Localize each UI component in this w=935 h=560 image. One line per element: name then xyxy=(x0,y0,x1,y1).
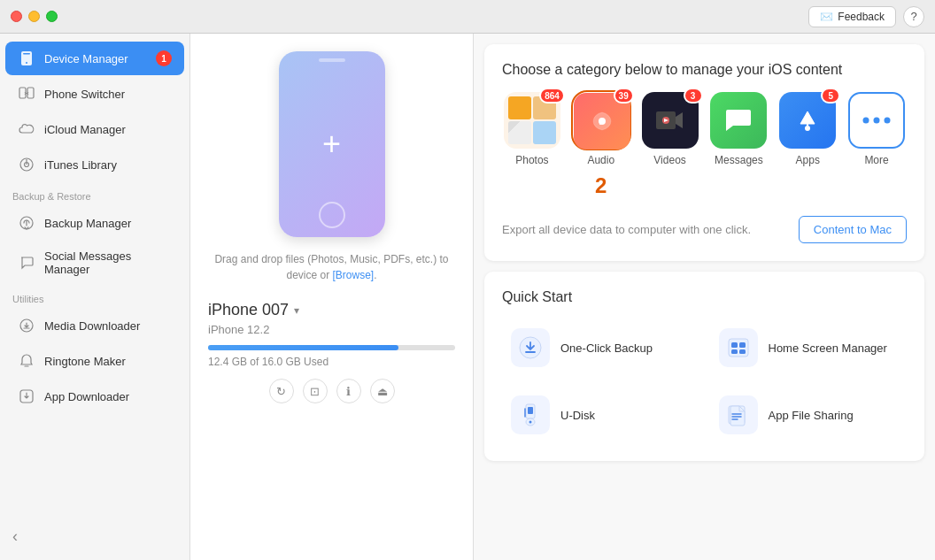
close-button[interactable] xyxy=(11,11,22,22)
svg-text:♪: ♪ xyxy=(599,116,604,127)
messages-svg xyxy=(721,103,756,138)
sidebar-collapse-button[interactable]: ‹ xyxy=(0,520,189,553)
svg-rect-29 xyxy=(528,407,533,414)
videos-label: Videos xyxy=(653,154,685,166)
svg-point-20 xyxy=(885,118,891,124)
sidebar-item-itunes-library[interactable]: iTunes Library xyxy=(5,148,184,181)
svg-point-19 xyxy=(874,118,880,124)
app-downloader-icon xyxy=(18,387,35,405)
sidebar-item-label: App Downloader xyxy=(44,390,129,403)
svg-rect-25 xyxy=(739,342,746,348)
backup-section-label: Backup & Restore xyxy=(0,182,189,205)
svg-rect-27 xyxy=(739,349,746,354)
one-click-backup-label: One-Click Backup xyxy=(560,341,653,355)
photo-cell-1 xyxy=(508,96,531,119)
device-manager-icon xyxy=(18,50,35,67)
videos-badge: 3 xyxy=(684,88,703,104)
svg-rect-4 xyxy=(27,88,34,98)
more-label: More xyxy=(864,154,888,166)
category-item-apps[interactable]: 5 Apps xyxy=(777,92,838,166)
home-screen-manager-label: Home Screen Manager xyxy=(769,341,887,355)
device-dropdown-arrow[interactable]: ▾ xyxy=(294,304,299,317)
drag-text: Drag and drop files (Photos, Music, PDFs… xyxy=(208,251,455,283)
one-click-backup-icon xyxy=(511,328,550,367)
device-manager-badge: 1 xyxy=(156,50,172,66)
svg-point-16 xyxy=(805,126,810,131)
sidebar-item-label: Device Manager xyxy=(44,52,128,65)
storage-text: 12.4 GB of 16.0 GB Used xyxy=(208,356,455,368)
sidebar-item-social-messages[interactable]: Social Messages Manager xyxy=(5,242,184,284)
messages-label: Messages xyxy=(715,154,763,166)
utilities-section-label: Utilities xyxy=(0,285,189,308)
device-name-row: iPhone 007 ▾ xyxy=(208,301,455,319)
browse-link[interactable]: [Browse] xyxy=(333,269,375,281)
device-name: iPhone 007 xyxy=(208,301,289,319)
svg-rect-26 xyxy=(731,349,738,354)
quickstart-section: Quick Start One-Click Backup xyxy=(484,272,924,461)
sidebar-item-app-downloader[interactable]: App Downloader xyxy=(5,380,184,413)
phone-switcher-icon xyxy=(18,85,35,103)
photos-label: Photos xyxy=(515,154,548,166)
device-action-eject[interactable]: ⏏ xyxy=(370,379,395,403)
quickstart-title: Quick Start xyxy=(502,289,907,305)
sidebar-item-label: iCloud Manager xyxy=(44,123,126,136)
sidebar-item-label: Backup Manager xyxy=(44,217,131,230)
quickstart-grid: One-Click Backup xyxy=(502,319,907,443)
device-action-refresh[interactable]: ↻ xyxy=(269,379,294,403)
audio-svg: ♪ xyxy=(586,105,618,137)
sidebar-item-label: Phone Switcher xyxy=(44,88,125,101)
more-icon-wrap xyxy=(848,92,905,149)
content-to-mac-button[interactable]: Content to Mac xyxy=(799,216,907,243)
itunes-icon xyxy=(18,156,35,173)
quickstart-item-home-screen[interactable]: Home Screen Manager xyxy=(710,319,908,376)
feedback-button[interactable]: ✉️ Feedback xyxy=(808,6,896,27)
category-section: Choose a category below to manage your i… xyxy=(484,44,924,261)
help-button[interactable]: ? xyxy=(903,6,924,27)
sidebar-item-phone-switcher[interactable]: Phone Switcher xyxy=(5,77,184,111)
sidebar: Device Manager 1 Phone Switcher iCloud M… xyxy=(0,34,190,560)
video-svg xyxy=(654,108,686,133)
category-item-messages[interactable]: Messages xyxy=(708,92,769,166)
sidebar-item-icloud-manager[interactable]: iCloud Manager xyxy=(5,112,184,146)
svg-rect-3 xyxy=(19,88,26,98)
sidebar-item-device-manager[interactable]: Device Manager 1 xyxy=(5,42,184,75)
quickstart-item-app-file-sharing[interactable]: App File Sharing xyxy=(710,387,908,443)
svg-rect-23 xyxy=(729,339,748,357)
category-item-more[interactable]: More xyxy=(846,92,907,166)
category-item-photos[interactable]: 864 Photos xyxy=(502,92,562,166)
media-downloader-icon xyxy=(18,317,35,334)
category-item-videos[interactable]: 3 Videos xyxy=(640,92,700,166)
export-row: Export all device data to computer with … xyxy=(502,216,907,243)
apps-badge: 5 xyxy=(821,88,840,104)
apps-svg xyxy=(792,104,823,136)
photos-badge: 864 xyxy=(539,88,565,104)
device-illustration: + xyxy=(279,51,385,237)
svg-point-2 xyxy=(26,62,27,64)
sidebar-item-label: Media Downloader xyxy=(44,319,140,333)
device-model: iPhone 12.2 xyxy=(208,323,455,336)
home-screen-manager-icon xyxy=(719,328,758,367)
sidebar-item-media-downloader[interactable]: Media Downloader xyxy=(5,309,184,342)
storage-bar-fill xyxy=(208,345,398,350)
device-panel: + Drag and drop files (Photos, Music, PD… xyxy=(190,34,474,560)
app-file-sharing-icon xyxy=(719,395,758,434)
sidebar-item-backup-manager[interactable]: Backup Manager xyxy=(5,206,184,240)
category-item-audio[interactable]: ♪ 39 Audio 2 xyxy=(571,92,631,198)
content-area: + Drag and drop files (Photos, Music, PD… xyxy=(190,34,935,560)
maximize-button[interactable] xyxy=(46,11,58,22)
main-layout: Device Manager 1 Phone Switcher iCloud M… xyxy=(0,34,935,560)
device-action-screenshot[interactable]: ⊡ xyxy=(303,379,328,403)
minimize-button[interactable] xyxy=(28,11,40,22)
quickstart-item-udisk[interactable]: U-Disk xyxy=(502,387,699,443)
export-text: Export all device data to computer with … xyxy=(502,223,751,236)
apps-icon-wrap: 5 xyxy=(779,92,836,149)
quickstart-item-backup[interactable]: One-Click Backup xyxy=(502,319,699,376)
photos-icon-wrap: 864 xyxy=(504,92,560,149)
sidebar-item-ringtone-maker[interactable]: Ringtone Maker xyxy=(5,344,184,378)
more-svg xyxy=(861,115,892,126)
icloud-icon xyxy=(18,120,35,138)
device-action-info[interactable]: ℹ xyxy=(336,379,361,403)
app-file-sharing-label: App File Sharing xyxy=(769,409,854,422)
audio-icon-wrap: ♪ 39 xyxy=(573,92,630,149)
device-actions: ↻ ⊡ ℹ ⏏ xyxy=(269,379,395,403)
